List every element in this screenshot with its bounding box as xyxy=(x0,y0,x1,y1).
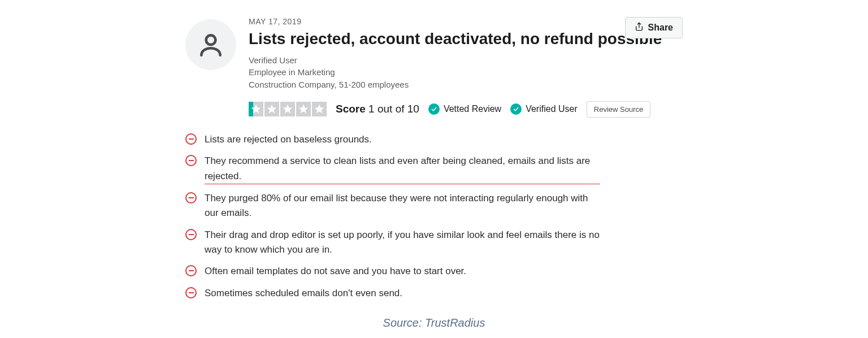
star-icon xyxy=(312,102,327,116)
verified-label: Verified User xyxy=(526,104,578,114)
minus-icon xyxy=(185,192,197,203)
con-text: They recommend a service to clean lists … xyxy=(205,154,600,184)
verified-user-badge: Verified User xyxy=(510,103,578,115)
con-item: Lists are rejected on baseless grounds. xyxy=(185,132,683,147)
score-label: Score xyxy=(336,103,366,115)
check-icon xyxy=(510,103,522,115)
minus-icon xyxy=(185,229,197,240)
star-icon xyxy=(264,102,279,116)
cons-list: Lists are rejected on baseless grounds.T… xyxy=(185,132,683,301)
review-header: MAY 17, 2019 Lists rejected, account dea… xyxy=(185,17,683,118)
reviewer-role: Employee in Marketing xyxy=(249,66,683,79)
con-item: They purged 80% of our email list becaus… xyxy=(185,191,683,221)
vetted-review-badge: Vetted Review xyxy=(428,103,501,115)
con-item: They recommend a service to clean lists … xyxy=(185,154,683,184)
share-button[interactable]: Share xyxy=(625,17,683,38)
reviewer-company: Construction Company, 51-200 employees xyxy=(249,79,683,91)
minus-icon xyxy=(185,287,197,298)
score-row: Score 1 out of 10 Vetted Review Verified… xyxy=(249,101,683,118)
svg-marker-3 xyxy=(267,105,277,114)
svg-marker-5 xyxy=(299,105,309,114)
con-item: Sometimes scheduled emails don't even se… xyxy=(185,286,683,301)
share-icon xyxy=(635,22,644,33)
star-icon xyxy=(249,102,263,116)
star-rating xyxy=(249,102,327,116)
review-date: MAY 17, 2019 xyxy=(249,17,683,26)
star-icon xyxy=(296,102,311,116)
svg-marker-2 xyxy=(251,105,261,114)
con-text: Sometimes scheduled emails don't even se… xyxy=(205,286,402,301)
avatar xyxy=(185,19,236,70)
review-source-button[interactable]: Review Source xyxy=(587,101,650,118)
source-credit: Source: TrustRadius xyxy=(185,317,683,330)
user-icon xyxy=(197,31,225,59)
review-title: Lists rejected, account deactivated, no … xyxy=(249,29,683,49)
share-label: Share xyxy=(648,23,673,33)
con-item: Often email templates do not save and yo… xyxy=(185,264,683,279)
svg-point-1 xyxy=(206,35,216,45)
score-value: 1 out of 10 xyxy=(368,103,419,115)
con-text: Lists are rejected on baseless grounds. xyxy=(205,132,372,147)
check-icon xyxy=(428,103,440,115)
con-text: Their drag and drop editor is set up poo… xyxy=(205,228,600,258)
star-icon xyxy=(280,102,295,116)
minus-icon xyxy=(185,133,197,145)
svg-marker-4 xyxy=(283,105,293,114)
svg-marker-6 xyxy=(315,105,324,114)
con-item: Their drag and drop editor is set up poo… xyxy=(185,228,683,258)
con-text: Often email templates do not save and yo… xyxy=(205,264,466,279)
score-text: Score 1 out of 10 xyxy=(336,103,419,115)
con-text: They purged 80% of our email list becaus… xyxy=(205,191,600,221)
minus-icon xyxy=(185,155,197,166)
vetted-label: Vetted Review xyxy=(444,104,501,114)
reviewer-type: Verified User xyxy=(249,54,683,67)
minus-icon xyxy=(185,265,197,276)
